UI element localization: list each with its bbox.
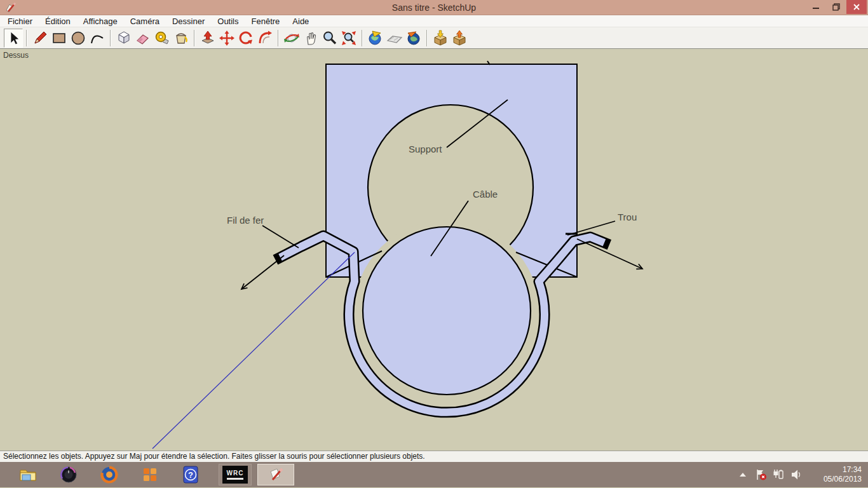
- tool-get-models[interactable]: [431, 29, 450, 48]
- tool-offset[interactable]: [255, 29, 275, 48]
- tool-select[interactable]: [4, 29, 23, 48]
- dial-knob-icon: [59, 465, 78, 484]
- taskbar-office[interactable]: [137, 464, 163, 485]
- warehouse-download-icon: [432, 30, 449, 46]
- toolbar-separator: [26, 30, 27, 46]
- drawing-canvas[interactable]: Support Câble Fil de fer Trou: [0, 49, 868, 451]
- push-pull-icon: [200, 30, 216, 46]
- menu-bar: Fichier Édition Affichage Caméra Dessine…: [0, 15, 868, 27]
- menu-edition[interactable]: Édition: [39, 16, 77, 27]
- show-hidden-icons[interactable]: [736, 468, 750, 482]
- paint-bucket-icon: [173, 30, 189, 46]
- taskbar-sketchup-active[interactable]: [257, 464, 294, 485]
- rectangle-icon: [51, 30, 67, 46]
- taskbar-firefox[interactable]: [97, 464, 122, 485]
- menu-affichage[interactable]: Affichage: [77, 16, 124, 27]
- power-plug-icon: [772, 468, 785, 481]
- hole-label: Trou: [618, 212, 637, 222]
- status-message: Sélectionnez les objets. Appuyez sur Maj…: [3, 452, 425, 461]
- tool-zoom[interactable]: [320, 29, 339, 48]
- pan-hand-icon: [302, 30, 319, 46]
- menu-outils[interactable]: Outils: [211, 16, 245, 27]
- wire-arrow: [241, 255, 284, 289]
- select-icon: [5, 30, 22, 46]
- clock-time: 17:34: [811, 465, 862, 475]
- restore-icon: [832, 3, 841, 11]
- taskbar-media-dial[interactable]: [56, 464, 81, 485]
- blue-axis-line[interactable]: [153, 252, 355, 449]
- tool-circle[interactable]: [69, 29, 88, 48]
- wrc-logo: WRC: [222, 466, 248, 484]
- tool-orbit[interactable]: [282, 29, 301, 48]
- menu-dessiner[interactable]: Dessiner: [166, 16, 211, 27]
- zoom-icon: [322, 30, 338, 46]
- help-icon: ?: [182, 465, 200, 484]
- tool-tape-measure[interactable]: [153, 29, 172, 48]
- tool-photo-textures[interactable]: [404, 29, 423, 48]
- taskbar-clock[interactable]: 17:34 05/06/2013: [811, 465, 862, 484]
- toolbar-separator: [278, 30, 279, 46]
- globe-yellow-arrow-icon: [367, 30, 384, 46]
- minimize-button[interactable]: [806, 0, 826, 14]
- toolbar-separator: [362, 30, 363, 46]
- close-icon: [853, 3, 860, 11]
- power-status[interactable]: [771, 468, 785, 482]
- taskbar-help-app[interactable]: ?: [178, 464, 203, 485]
- tool-add-location[interactable]: [366, 29, 385, 48]
- tool-rotate[interactable]: [236, 29, 255, 48]
- volume[interactable]: [789, 468, 803, 482]
- tool-rectangle[interactable]: [50, 29, 69, 48]
- toolbar-separator: [194, 30, 195, 46]
- component-box-icon: [116, 30, 132, 46]
- svg-text:?: ?: [188, 470, 193, 480]
- tool-toggle-terrain[interactable]: [385, 29, 404, 48]
- window-title: Sans titre - SketchUp: [0, 3, 868, 13]
- tool-move[interactable]: [217, 29, 236, 48]
- rotate-icon: [238, 30, 254, 46]
- folder-icon: [18, 465, 37, 484]
- title-bar: Sans titre - SketchUp: [0, 0, 868, 15]
- toolbar-separator: [110, 30, 111, 46]
- action-center[interactable]: [754, 468, 768, 482]
- taskbar-wrc-game[interactable]: WRC: [219, 464, 252, 485]
- minimize-icon: [812, 3, 820, 11]
- sketchup-taskbar-icon: [266, 466, 285, 484]
- cable-face[interactable]: [363, 227, 531, 395]
- flag-alert-icon: [754, 468, 767, 481]
- taskbar-file-explorer[interactable]: [15, 464, 41, 485]
- pencil-icon: [32, 30, 48, 46]
- clock-date: 05/06/2013: [811, 475, 862, 484]
- drawing-viewport[interactable]: Support Câble Fil de fer Trou Dessus: [0, 49, 868, 451]
- chevron-up-icon: [738, 470, 747, 479]
- tool-eraser[interactable]: [133, 29, 153, 48]
- toolbar: [0, 27, 868, 49]
- menu-aide[interactable]: Aide: [286, 16, 315, 27]
- taskbar: ? WRC: [0, 462, 868, 487]
- tool-pan[interactable]: [301, 29, 320, 48]
- menu-camera[interactable]: Caméra: [124, 16, 166, 27]
- tool-push-pull[interactable]: [198, 29, 217, 48]
- tool-line[interactable]: [31, 29, 50, 48]
- wire-leader-line: [262, 226, 299, 248]
- cable-label: Câble: [473, 189, 498, 200]
- tool-paint-bucket[interactable]: [172, 29, 191, 48]
- firefox-icon: [100, 465, 119, 484]
- tool-make-component[interactable]: [114, 29, 133, 48]
- orbit-icon: [283, 30, 300, 46]
- menu-fenetre[interactable]: Fenêtre: [245, 16, 287, 27]
- tool-share-models[interactable]: [450, 29, 469, 48]
- office-logo-icon: [140, 465, 159, 484]
- terrain-sheet-icon: [386, 30, 403, 46]
- zoom-extents-icon: [341, 30, 357, 46]
- tool-arc[interactable]: [88, 29, 107, 48]
- support-label: Support: [409, 144, 442, 154]
- arc-icon: [89, 30, 105, 46]
- circle-icon: [70, 30, 86, 46]
- restore-button[interactable]: [826, 0, 846, 14]
- globe-orange-arrow-icon: [405, 30, 422, 46]
- close-button[interactable]: [846, 0, 867, 14]
- tape-measure-icon: [154, 30, 170, 46]
- system-tray: 17:34 05/06/2013: [736, 465, 868, 484]
- tool-zoom-extents[interactable]: [339, 29, 358, 48]
- menu-fichier[interactable]: Fichier: [1, 16, 39, 27]
